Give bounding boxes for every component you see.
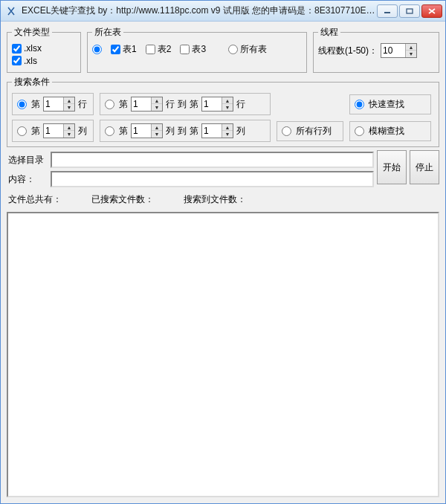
status-total: 文件总共有： [8,193,62,206]
fast-search-radio[interactable] [355,100,364,109]
row-range-radio[interactable] [105,100,114,109]
dir-input[interactable] [55,155,369,167]
results-panel[interactable] [7,212,439,497]
col-from-spinner[interactable]: ▲▼ [131,123,163,138]
status-searched: 已搜索文件数： [91,193,154,206]
sheet3-checkbox[interactable]: 表3 [180,43,206,56]
row-to-spinner[interactable]: ▲▼ [201,97,233,112]
col-to-spinner[interactable]: ▲▼ [201,123,233,138]
window-title: EXCEL关键字查找 by：http://www.1118pc.com v9 试… [22,4,377,17]
search-conditions-group: 搜索条件 第 ▲▼ 行 第 ▲▼ [7,76,439,147]
single-col-radio[interactable] [17,126,27,136]
minimize-button[interactable] [377,4,398,18]
status-row: 文件总共有： 已搜索文件数： 搜索到文件数： [7,190,439,207]
content-label: 内容： [7,173,48,186]
content-input[interactable] [55,174,369,186]
client-area: 文件类型 .xlsx .xls 所在表 [1,22,445,503]
sheet-mode-specific[interactable] [92,45,102,54]
all-rowcol-radio[interactable] [282,126,291,136]
col-range-cell[interactable]: 第 ▲▼ 列 到 第 ▲▼ 列 [100,120,271,142]
stop-button[interactable]: 停止 [410,150,439,184]
fast-search-cell[interactable]: 快速查找 [349,94,431,114]
thread-up-icon[interactable]: ▲ [406,44,416,51]
file-type-group: 文件类型 .xlsx .xls [7,26,81,73]
status-found: 搜索到文件数： [184,193,246,206]
xlsx-checkbox[interactable]: .xlsx [12,43,42,54]
single-row-radio[interactable] [17,100,27,109]
svg-rect-1 [407,9,413,13]
row-from-spinner[interactable]: ▲▼ [131,97,163,112]
top-groups-row: 文件类型 .xlsx .xls 所在表 [7,26,439,73]
thread-input[interactable] [381,44,405,57]
dir-label: 选择目录 [7,152,48,168]
maximize-button[interactable] [399,4,420,18]
titlebar: EXCEL关键字查找 by：http://www.1118pc.com v9 试… [1,1,445,22]
sheet-legend: 所在表 [92,26,123,39]
dir-row: 选择目录 [7,152,374,168]
spin-down-icon[interactable]: ▼ [64,104,74,111]
start-button[interactable]: 开始 [377,150,407,184]
sheet1-checkbox[interactable]: 表1 [111,43,137,56]
spin-up-icon[interactable]: ▲ [64,97,74,104]
fuzzy-search-cell[interactable]: 模糊查找 [349,121,431,141]
results-content [8,213,438,496]
file-type-legend: 文件类型 [12,26,52,39]
search-legend: 搜索条件 [12,76,52,88]
sheet2-checkbox[interactable]: 表2 [146,43,172,56]
xlsx-check-input[interactable] [12,44,22,54]
thread-down-icon[interactable]: ▼ [406,51,416,57]
thread-label: 线程数(1-50)： [318,45,378,57]
sheet-group: 所在表 表1 表2 表3 [87,26,307,73]
xls-check-input[interactable] [12,56,22,65]
single-row-spinner[interactable]: ▲▼ [43,97,75,112]
close-button[interactable] [421,4,442,18]
thread-group: 线程 线程数(1-50)： ▲ ▼ [313,26,439,73]
xls-checkbox[interactable]: .xls [12,56,37,66]
app-icon [5,5,17,17]
content-row: 内容： [7,171,374,187]
content-field[interactable] [51,171,374,187]
col-range-radio[interactable] [105,126,114,136]
row-range-cell[interactable]: 第 ▲▼ 行 到 第 ▲▼ 行 [100,93,271,115]
window-buttons [377,4,442,18]
single-col-cell[interactable]: 第 ▲▼ 列 [12,120,94,142]
single-row-cell[interactable]: 第 ▲▼ 行 [12,93,94,115]
all-rowcol-cell[interactable]: 所有行列 [277,121,343,141]
single-col-spinner[interactable]: ▲▼ [43,123,75,138]
app-window: EXCEL关键字查找 by：http://www.1118pc.com v9 试… [0,0,446,504]
thread-legend: 线程 [318,26,340,39]
thread-spinner[interactable]: ▲ ▼ [381,43,417,58]
dir-field[interactable] [51,152,374,168]
fuzzy-search-radio[interactable] [355,126,364,136]
sheet-mode-all[interactable]: 所有表 [228,43,267,56]
